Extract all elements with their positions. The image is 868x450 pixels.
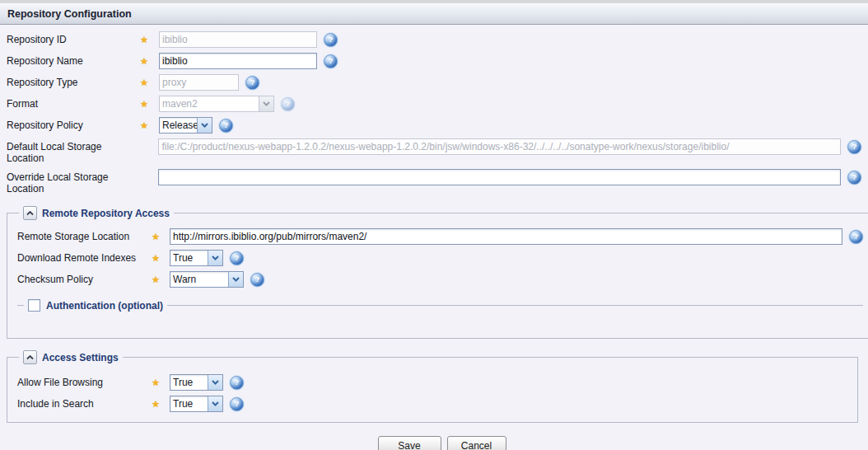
override-local-storage-label: Override Local Storage Location [7,169,140,195]
collapse-icon[interactable] [23,350,37,364]
format-label: Format [7,96,140,110]
help-icon[interactable]: ? [250,273,264,287]
repository-id-row: Repository ID ★ ? [7,31,861,48]
download-remote-indexes-row: Download Remote Indexes ★ True ? [17,250,863,266]
section-title: Authentication (optional) [46,300,163,312]
cancel-button[interactable]: Cancel [447,436,506,450]
repository-configuration-panel: Repository Configuration Repository ID ★… [0,0,868,450]
remote-storage-location-row: Remote Storage Location ★ ? [17,228,863,245]
help-icon[interactable]: ? [847,171,861,185]
authentication-fieldset: Authentication (optional) [17,299,863,312]
default-local-storage-label: Default Local Storage Location [7,138,140,164]
download-remote-indexes-label: Download Remote Indexes [17,250,152,264]
access-settings-fieldset: Access Settings Allow File Browsing ★ Tr… [7,350,858,423]
combo-value: True [170,375,208,390]
allow-file-browsing-label: Allow File Browsing [17,374,152,388]
download-remote-indexes-combo[interactable]: True [170,250,223,266]
allow-file-browsing-row: Allow File Browsing ★ True ? [17,374,847,391]
repository-name-input[interactable] [159,53,317,69]
help-icon[interactable]: ? [324,54,338,68]
repository-id-label: Repository ID [7,31,140,45]
combo-value: True [170,251,208,265]
checksum-policy-label: Checksum Policy [17,271,152,285]
form-body: Repository ID ★ ? Repository Name ★ ? Re… [0,25,868,450]
required-star-icon: ★ [140,56,148,66]
remote-storage-location-input[interactable] [170,228,842,245]
allow-file-browsing-combo[interactable]: True [170,374,223,391]
required-star-icon: ★ [140,99,148,109]
repository-policy-combo[interactable]: Release [159,117,212,134]
required-star-icon: ★ [152,399,160,409]
override-local-storage-row: Override Local Storage Location ? [7,169,861,195]
help-icon[interactable]: ? [230,251,244,265]
required-star-icon: ★ [152,377,160,387]
include-in-search-combo[interactable]: True [170,396,223,412]
include-in-search-label: Include in Search [17,396,152,410]
help-icon[interactable]: ? [849,230,863,244]
panel-title: Repository Configuration [7,8,132,20]
help-icon[interactable]: ? [245,76,259,90]
repository-type-row: Repository Type ★ ? [7,74,861,91]
checksum-policy-row: Checksum Policy ★ Warn ? [17,271,863,288]
section-title: Remote Repository Access [42,208,170,219]
checksum-policy-combo[interactable]: Warn [170,271,244,288]
panel-header: Repository Configuration [0,4,868,25]
required-star-icon: ★ [140,35,148,45]
help-icon: ? [281,97,295,111]
chevron-down-icon [259,96,273,111]
repository-type-label: Repository Type [7,74,140,88]
chevron-down-icon[interactable] [197,118,212,133]
chevron-down-icon[interactable] [208,251,222,265]
required-star-icon: ★ [152,232,160,241]
required-star-icon: ★ [152,274,160,284]
help-icon[interactable]: ? [324,33,338,47]
repository-id-input [159,31,317,48]
help-icon[interactable]: ? [230,397,244,411]
format-combo: maven2 [159,96,274,112]
button-bar: Save Cancel [0,436,861,450]
section-title: Access Settings [42,352,119,363]
authentication-checkbox[interactable] [28,299,40,312]
help-icon[interactable]: ? [219,119,233,133]
save-button[interactable]: Save [378,436,441,450]
repository-name-row: Repository Name ★ ? [7,53,861,69]
chevron-down-icon[interactable] [208,375,222,390]
remote-storage-location-label: Remote Storage Location [17,228,152,242]
chevron-down-icon[interactable] [208,396,222,411]
default-local-storage-row: Default Local Storage Location ? [7,138,861,164]
default-local-storage-input [158,138,841,155]
help-icon[interactable]: ? [847,140,861,154]
help-icon[interactable]: ? [230,376,244,390]
combo-value: True [170,396,208,411]
repository-name-label: Repository Name [7,53,140,67]
include-in-search-row: Include in Search ★ True ? [17,396,847,412]
combo-value: Warn [170,272,228,287]
repository-type-input [159,74,239,91]
combo-value: Release [160,118,197,133]
format-row: Format ★ maven2 ? [7,96,861,112]
required-star-icon: ★ [152,253,160,263]
combo-value: maven2 [160,96,259,111]
required-star-icon: ★ [140,120,148,130]
required-star-icon: ★ [140,77,148,87]
override-local-storage-input[interactable] [158,169,841,185]
chevron-down-icon[interactable] [228,272,243,287]
repository-policy-label: Repository Policy [7,117,140,131]
collapse-icon[interactable] [23,206,37,220]
remote-repository-access-fieldset: Remote Repository Access Remote Storage … [7,206,868,339]
repository-policy-row: Repository Policy ★ Release ? [7,117,861,134]
